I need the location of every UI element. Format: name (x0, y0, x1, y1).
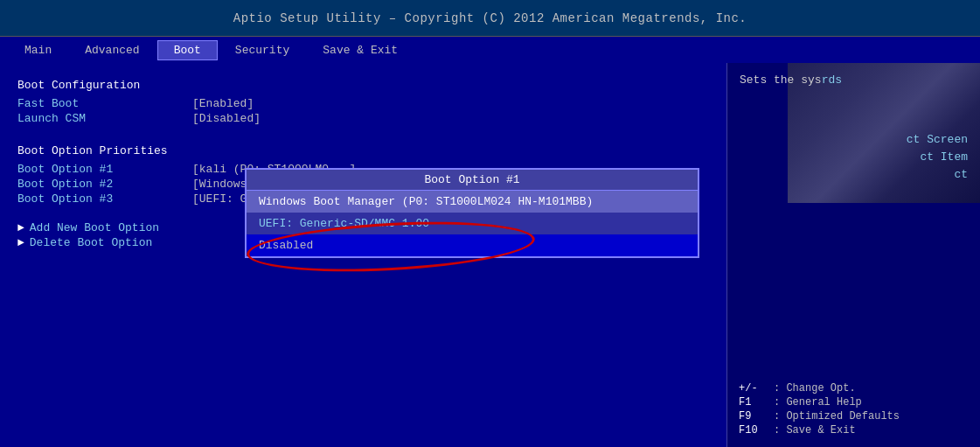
key-f9-desc: : Optimized Defaults (774, 410, 900, 423)
main-content: Boot Configuration Fast Boot [Enabled] L… (0, 63, 980, 447)
fast-boot-label: Fast Boot (17, 97, 192, 110)
tab-save-exit[interactable]: Save & Exit (307, 41, 414, 59)
popup-option-uefi[interactable]: UEFI: Generic-SD/MMC 1.00 (247, 213, 698, 234)
right-description-text: Sets the sys (740, 73, 822, 87)
boot-option-3-label: Boot Option #3 (17, 192, 192, 206)
tab-navigation: Main Advanced Boot Security Save & Exit (0, 37, 980, 63)
key-hint-f9: F9 : Optimized Defaults (739, 410, 968, 423)
boot-priorities-header: Boot Option Priorities (17, 144, 709, 157)
add-boot-option-label: Add New Boot Option (30, 221, 159, 234)
right-description-suffix: rds (822, 73, 842, 87)
fast-boot-row[interactable]: Fast Boot [Enabled] (17, 97, 709, 110)
popup-option-windows[interactable]: Windows Boot Manager (P0: ST1000LM024 HN… (247, 191, 698, 213)
key-f10-desc: : Save & Exit (774, 424, 856, 437)
boot-option-1-label: Boot Option #1 (17, 163, 192, 176)
key-hints-panel: +/- : Change Opt. F1 : General Help F9 :… (726, 382, 980, 438)
fast-boot-value: [Enabled] (192, 97, 254, 110)
tab-advanced[interactable]: Advanced (69, 41, 155, 59)
app-title: Aptio Setup Utility – Copyright (C) 2012… (233, 11, 747, 25)
key-plusminus: +/- (739, 382, 774, 395)
popup-option-disabled[interactable]: Disabled (247, 234, 698, 256)
key-f1-desc: : General Help (774, 396, 862, 409)
tab-security[interactable]: Security (219, 41, 305, 59)
boot-config-header: Boot Configuration (17, 79, 709, 92)
right-label-ct-screen: ct Screen (907, 133, 968, 146)
launch-csm-label: Launch CSM (17, 112, 192, 125)
key-hint-f10: F10 : Save & Exit (739, 424, 968, 437)
key-hint-f1: F1 : General Help (739, 396, 968, 409)
right-panel-description: Sets the sysrds (740, 72, 968, 90)
key-f10: F10 (739, 424, 774, 437)
launch-csm-value: [Disabled] (192, 112, 261, 125)
delete-boot-option-label: Delete Boot Option (30, 236, 152, 249)
boot-option-2-label: Boot Option #2 (17, 178, 192, 191)
arrow-right-icon-2: ► (17, 236, 24, 249)
arrow-right-icon: ► (17, 221, 24, 234)
right-label-ct-item: ct Item (920, 150, 968, 164)
right-panel: Sets the sysrds ct Screen ct Item ct +/-… (726, 63, 980, 447)
tab-boot[interactable]: Boot (157, 40, 218, 60)
tab-main[interactable]: Main (9, 41, 67, 59)
top-bar: Aptio Setup Utility – Copyright (C) 2012… (0, 0, 980, 37)
launch-csm-row[interactable]: Launch CSM [Disabled] (17, 112, 709, 125)
key-f9: F9 (739, 410, 774, 423)
left-panel: Boot Configuration Fast Boot [Enabled] L… (0, 63, 726, 447)
key-hint-change: +/- : Change Opt. (739, 382, 968, 395)
key-change-desc: : Change Opt. (774, 382, 856, 395)
boot-option-popup: Boot Option #1 Windows Boot Manager (P0:… (245, 168, 699, 258)
popup-title: Boot Option #1 (247, 170, 698, 191)
key-f1: F1 (739, 396, 774, 409)
right-label-ct: ct (954, 168, 968, 181)
